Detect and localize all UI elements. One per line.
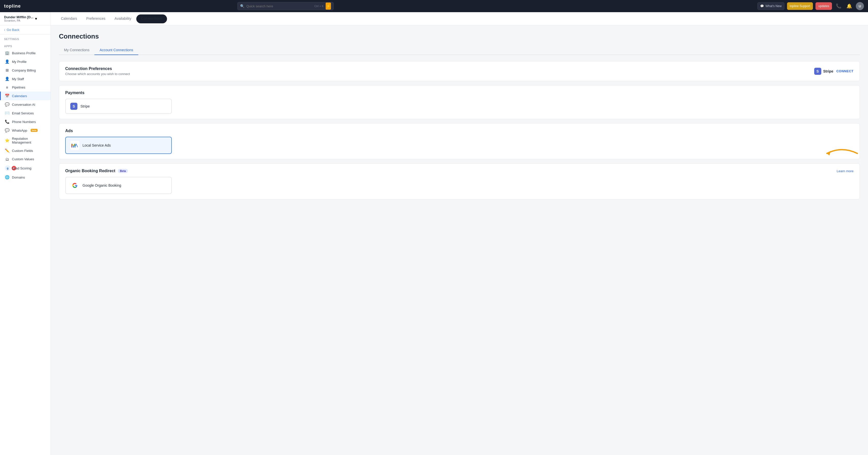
stripe-service-item[interactable]: S Stripe [65,99,172,114]
sidebar-item-business-profile[interactable]: 🏢 Business Profile [0,49,51,57]
google-m-icon: M [70,141,80,150]
payments-title: Payments [65,91,854,95]
stripe-inline: S Stripe [814,68,834,75]
stripe-service-label: Stripe [81,104,90,108]
custom-fields-icon: ✏️ [5,149,9,153]
search-input[interactable] [246,4,312,8]
sidebar-item-reputation-management[interactable]: ⭐ Reputation Management [0,135,51,147]
tab-preferences[interactable]: Preferences [82,13,110,25]
sidebar-item-domains[interactable]: 🌐 Domains [0,173,51,182]
sidebar-item-my-profile[interactable]: 👤 My Profile [0,57,51,66]
sidebar-item-custom-values[interactable]: 🗂 Custom Values [0,155,51,163]
sidebar-item-calendars[interactable]: 📅 Calendars [0,92,51,100]
stripe-service-icon: S [70,103,78,110]
sidebar-item-company-billing[interactable]: ⊞ Company Billing [0,66,51,74]
sidebar-item-phone-numbers[interactable]: 📞 Phone Numbers [0,118,51,126]
search-icon: 🔍 [240,4,244,8]
ads-title: Ads [65,129,854,133]
pipelines-icon: ≡ [5,85,9,90]
whatsapp-icon: 💬 [5,128,9,133]
connection-preferences-card: Connection Preferences Choose which acco… [59,61,860,81]
payments-card: Payments S Stripe [59,85,860,119]
account-name: Dunder Mifflin [D... [4,15,33,19]
learn-more-link[interactable]: Learn more [837,169,854,173]
whats-new-button[interactable]: 💬 What's New [757,2,784,10]
email-services-icon: ✉️ [5,111,9,116]
ads-section-wrapper: Ads M [59,123,860,163]
google-g-icon [70,181,80,190]
connection-prefs-info: Connection Preferences Choose which acco… [65,66,810,76]
content-tabs: My Connections Account Connections [59,45,860,55]
reputation-icon: ⭐ [5,138,9,143]
account-location: Scranton, PA [4,19,33,22]
sidebar-item-conversation-ai[interactable]: 💬 Conversation AI [0,100,51,109]
connection-prefs-title: Connection Preferences [65,66,810,71]
business-profile-icon: 🏢 [5,51,9,55]
content-area: Calendars Preferences Availability Conne… [51,12,868,455]
local-service-ads-label: Local Service Ads [83,143,111,148]
sidebar-item-custom-fields[interactable]: ✏️ Custom Fields [0,147,51,155]
domains-icon: 🌐 [5,175,9,180]
sub-navigation: Calendars Preferences Availability Conne… [51,12,868,25]
search-bar[interactable]: 🔍 Ctrl + K ⚡ [237,2,334,10]
tab-availability[interactable]: Availability [111,13,135,25]
sidebar: Dunder Mifflin [D... Scranton, PA ▾ ‹ Go… [0,12,51,455]
sidebar-item-email-services[interactable]: ✉️ Email Services [0,109,51,118]
topnav-right-section: 💬 What's New topline Support updates 📞 🔔… [757,2,864,10]
organic-section-header: Organic Booking Redirect Beta Learn more [65,169,854,173]
calendars-icon: 📅 [5,94,9,98]
updates-button[interactable]: updates [815,2,832,10]
my-staff-icon: 👤 [5,76,9,81]
tab-account-connections[interactable]: Account Connections [94,45,138,55]
bell-icon-button[interactable]: 🔔 [845,2,853,10]
organic-booking-title: Organic Booking Redirect [65,169,115,173]
google-organic-booking-item[interactable]: Google Organic Booking [65,177,172,194]
connection-prefs-right: S Stripe CONNECT [814,68,854,75]
sidebar-item-my-staff[interactable]: 👤 My Staff [0,74,51,83]
beta-badge: beta [31,129,37,132]
lead-scoring-icon: g 40 [5,165,9,171]
local-service-ads-item[interactable]: M Local Service Ads [65,137,172,154]
main-layout: Dunder Mifflin [D... Scranton, PA ▾ ‹ Go… [0,12,868,455]
organic-booking-card: Organic Booking Redirect Beta Learn more… [59,163,860,199]
stripe-s-icon: S [814,68,821,75]
company-billing-icon: ⊞ [5,68,9,72]
phone-icon-button[interactable]: 📞 [835,2,843,10]
phone-numbers-icon: 📞 [5,120,9,124]
settings-section-label: Settings [0,34,51,42]
connect-button[interactable]: CONNECT [836,69,854,73]
apps-section-label: Apps [0,42,51,49]
app-logo: topline [4,4,21,9]
custom-values-icon: 🗂 [5,157,9,161]
beta-badge: Beta [118,169,128,173]
google-organic-booking-label: Google Organic Booking [83,183,121,188]
sidebar-item-whatsapp[interactable]: 💬 WhatsApp beta [0,126,51,135]
lightning-icon[interactable]: ⚡ [326,3,331,10]
main-content: Connections My Connections Account Conne… [51,25,868,455]
tab-my-connections[interactable]: My Connections [59,45,94,55]
my-profile-icon: 👤 [5,59,9,64]
go-back-button[interactable]: ‹ Go Back [0,25,51,34]
chevron-down-icon: ▾ [35,16,37,21]
ads-card: Ads M [59,123,860,159]
search-shortcut: Ctrl + K [314,5,323,8]
tab-calendars[interactable]: Calendars [57,13,81,25]
conversation-ai-icon: 💬 [5,102,9,107]
sidebar-item-pipelines[interactable]: ≡ Pipelines [0,83,51,92]
support-button[interactable]: topline Support [787,2,813,10]
top-navigation: topline 🔍 Ctrl + K ⚡ 💬 What's New toplin… [0,0,868,12]
account-switcher[interactable]: Dunder Mifflin [D... Scranton, PA ▾ [0,12,51,25]
page-title: Connections [59,32,860,40]
connection-prefs-subtitle: Choose which accounts you wish to connec… [65,72,810,76]
sidebar-item-lead-scoring[interactable]: g 40 Lead Scoring [0,163,51,173]
chevron-left-icon: ‹ [4,28,5,32]
avatar[interactable]: U [856,2,864,10]
tab-connections[interactable]: Connections [136,14,167,23]
